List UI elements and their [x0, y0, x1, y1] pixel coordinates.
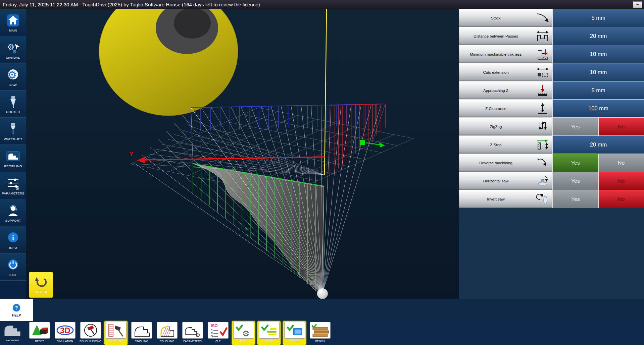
title-text: Friday, July 11, 2025 11:22:30 AM - Touc…	[3, 2, 260, 7]
tool-icon: ⚙	[233, 322, 254, 339]
toolbar-label: PIECES	[290, 340, 299, 343]
sidebar-item-exit[interactable]: EXIT	[0, 253, 26, 281]
cuts-extension-icon	[533, 63, 552, 81]
toolbar-parameters-button[interactable]: ⚙ PARAMETERS	[181, 321, 204, 345]
reverse-machining-yes-button[interactable]: Yes	[552, 154, 598, 172]
sidebar-item-water-jet[interactable]: WATER-JET	[0, 118, 26, 145]
sidebar-item-profiling[interactable]: PROFILING	[0, 145, 26, 172]
minimize-button[interactable]: –	[633, 1, 642, 8]
toolbar-polishing-button[interactable]: POLISHING	[155, 321, 179, 345]
rotate-button[interactable]: ROTATE	[29, 272, 53, 298]
svg-text:⚙: ⚙	[15, 186, 19, 190]
sidebar-item-main[interactable]: MAIN	[0, 9, 26, 36]
param-label-z-step: Z Step	[459, 136, 533, 154]
sidebar-item-support[interactable]: SUPPORT	[0, 199, 26, 226]
param-value-stock[interactable]: 5 mm	[552, 9, 644, 27]
toolbar-label: POLISHING	[160, 340, 175, 343]
sidebar-item-info[interactable]: i INFO	[0, 226, 26, 253]
invert-saw-no-button[interactable]: No	[598, 190, 644, 208]
help-icon: ?	[11, 303, 21, 313]
horizontal-saw-yes-button[interactable]: Yes	[552, 172, 598, 190]
roughing-icon	[106, 322, 127, 339]
param-row-reverse-machining: Reverse machining Yes No	[459, 154, 644, 172]
sidebar-item-label: MANUAL	[6, 56, 20, 59]
toolbar-pieces-button[interactable]: PIECES	[283, 321, 306, 345]
toolbar-tool-button[interactable]: ⚙ TOOL	[232, 321, 255, 345]
rotate-label: ROTATE	[35, 290, 47, 293]
toolbar-label: PARAMETERS	[183, 340, 202, 343]
minimum-thickness-icon	[533, 45, 552, 63]
profiling-icon	[6, 149, 20, 164]
tool-axis-line	[325, 9, 327, 175]
headset-icon	[6, 203, 20, 218]
sidebar-item-label: EXIT	[9, 273, 17, 277]
sidebar-item-label: WATER-JET	[4, 137, 22, 141]
home-icon	[6, 13, 20, 28]
finishing-icon	[131, 322, 152, 339]
svg-text:i: i	[12, 234, 14, 242]
toolbar-label: ROUGH HEWING	[80, 340, 101, 343]
parameters-icon: ⚙	[182, 322, 203, 339]
viewport-3d-scene[interactable]: Y	[26, 9, 459, 299]
toolbar-label: SIMULATION	[57, 340, 73, 343]
param-label-invert-saw: Invert saw	[459, 190, 533, 208]
svg-text:3: 3	[211, 335, 213, 338]
rotate-icon	[34, 277, 48, 289]
param-label-stock: Stock	[459, 9, 533, 27]
sidebar-item-router[interactable]: ROUTER	[0, 91, 26, 118]
param-value-approaching-z[interactable]: 5 mm	[552, 81, 644, 99]
viewport: Y ROTATE	[26, 9, 459, 299]
param-value-z-step[interactable]: 20 mm	[552, 136, 644, 154]
toolbar-rapid-button[interactable]: RAPID	[257, 321, 281, 345]
toolpath-comb-red	[330, 104, 385, 176]
sidebar-item-label: INFO	[9, 246, 17, 249]
toolbar-label: FINISHING	[135, 340, 148, 343]
zigzag-yes-button[interactable]: Yes	[552, 118, 598, 135]
svg-text:3D: 3D	[60, 326, 70, 335]
bench-icon	[310, 322, 331, 339]
sidebar-item-label: PROFILING	[4, 164, 22, 168]
simulation-3d-icon: 3D	[55, 322, 76, 339]
toolbar-clf-button[interactable]: ISO123 CLF	[206, 321, 230, 345]
horizontal-saw-no-button[interactable]: No	[598, 172, 644, 190]
reverse-machining-icon	[533, 154, 552, 172]
param-value-distance-between-passes[interactable]: 20 mm	[552, 27, 644, 45]
param-value-z-clearance[interactable]: 100 mm	[552, 100, 644, 117]
param-row-cuts-extension: Cuts extension 10 mm	[459, 63, 644, 81]
toolbar-roughing-button[interactable]: ROUGHING	[104, 321, 128, 345]
toolbar-finishing-button[interactable]: FINISHING	[130, 321, 153, 345]
zigzag-no-button[interactable]: No	[598, 118, 644, 135]
toolbar-simulation-button[interactable]: 3D SIMULATION	[53, 321, 77, 345]
param-label-zigzag: ZigZag	[459, 118, 533, 135]
stock-icon	[533, 9, 552, 27]
param-value-cuts-extension[interactable]: 10 mm	[552, 63, 644, 81]
param-label-z-clearance: Z Clearance	[459, 100, 533, 117]
reverse-machining-no-button[interactable]: No	[598, 154, 644, 172]
toolbar-profiles-button[interactable]: PROFILES	[1, 321, 24, 345]
zigzag-icon	[533, 118, 552, 135]
toolbar-label: PROFILES	[6, 339, 19, 342]
power-icon	[6, 257, 20, 272]
toolbar-bench-button[interactable]: BENCH	[308, 321, 332, 345]
svg-text:⚙: ⚙	[242, 329, 250, 338]
help-button[interactable]: ? HELP	[0, 299, 33, 321]
invert-saw-yes-button[interactable]: Yes	[552, 190, 598, 208]
rapid-icon	[259, 322, 280, 339]
toolbar-rough-hewing-button[interactable]: ROUGH HEWING	[79, 321, 102, 345]
sidebar-item-manual[interactable]: ⚙⚙ MANUAL	[0, 36, 26, 63]
polishing-icon	[157, 322, 178, 339]
param-row-z-clearance: Z Clearance 100 mm	[459, 100, 644, 118]
saw-gear-icon: ⚙	[6, 67, 20, 82]
water-jet-icon	[6, 122, 20, 136]
toolbar-label: RESET	[35, 340, 44, 343]
sidebar-item-saw[interactable]: ⚙ SAW	[0, 63, 26, 91]
y-axis-label: Y	[130, 151, 134, 157]
router-bit-icon	[6, 95, 20, 109]
toolbar-label: CLF	[215, 340, 220, 343]
parameters-panel: Stock 5 mm Distance between Passes 20 mm…	[459, 9, 644, 299]
approaching-z-icon	[533, 81, 552, 99]
param-value-minimum-thickness[interactable]: 10 mm	[552, 45, 644, 63]
sidebar-item-parameters[interactable]: ⚙ PARAMETERS	[0, 172, 26, 199]
toolbar-reset-button[interactable]: RESET	[28, 321, 51, 345]
sidebar-item-label: SAW	[9, 83, 17, 87]
